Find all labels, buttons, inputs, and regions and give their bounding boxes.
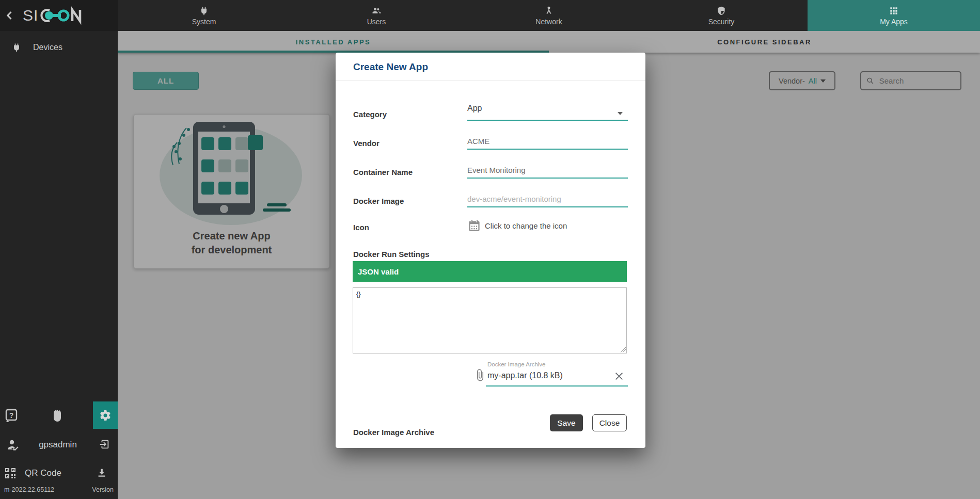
underline <box>467 206 628 207</box>
version-number: m-2022.22.65112 <box>4 486 54 493</box>
category-label: Category <box>353 110 387 119</box>
sidebar: SI Devices ? gpsadmin <box>0 0 118 499</box>
tab-system[interactable]: System <box>118 0 290 31</box>
save-button[interactable]: Save <box>550 414 583 431</box>
sidebar-header: SI <box>0 0 118 31</box>
underline <box>467 120 628 121</box>
divider <box>336 81 645 81</box>
network-icon <box>544 6 554 16</box>
underline <box>467 178 628 179</box>
shield-icon <box>716 6 726 16</box>
sidebar-item-devices[interactable]: Devices <box>0 37 118 58</box>
container-name-label: Container Name <box>353 168 413 176</box>
plug-icon <box>11 42 22 53</box>
sidebar-version-row: m-2022.22.65112 Version <box>0 485 118 495</box>
docker-run-settings-textarea[interactable]: {} <box>353 287 627 353</box>
collapse-sidebar-button[interactable] <box>0 6 20 25</box>
settings-button[interactable] <box>93 401 118 429</box>
app-root: SI Devices ? gpsadmin <box>0 0 980 499</box>
vendor-input[interactable] <box>467 134 628 148</box>
top-navigation: System Users Network Security My Apps <box>118 0 980 31</box>
user-check-icon <box>7 439 20 451</box>
logout-icon[interactable] <box>99 439 110 450</box>
svg-text:SI: SI <box>23 7 38 24</box>
calendar-icon <box>467 219 481 233</box>
sidebar-item-label: Devices <box>33 43 62 52</box>
docker-run-settings-label: Docker Run Settings <box>353 250 430 259</box>
change-icon-text: Click to change the icon <box>485 221 567 230</box>
dongle-icon[interactable] <box>53 409 62 422</box>
sidebar-user-row: gpsadmin <box>0 436 118 454</box>
sicon-logo: SI <box>23 5 86 26</box>
sidebar-qr-row: QR Code <box>0 463 118 482</box>
tab-security[interactable]: Security <box>635 0 808 31</box>
close-icon <box>613 371 625 382</box>
gear-icon <box>99 409 112 422</box>
archive-file-name: my-app.tar (10.8 kB) <box>487 371 563 380</box>
close-button[interactable]: Close <box>592 414 627 431</box>
download-icon[interactable] <box>96 467 107 478</box>
vendor-label: Vendor <box>353 139 380 148</box>
tab-my-apps[interactable]: My Apps <box>808 0 980 31</box>
container-name-input[interactable] <box>467 163 628 176</box>
icon-label: Icon <box>353 223 369 232</box>
qr-code-icon[interactable] <box>4 467 17 479</box>
select-caret-icon <box>618 112 623 115</box>
archive-field-label: Docker Image Archive <box>487 361 546 367</box>
grid-icon <box>889 6 899 16</box>
create-new-app-dialog: Create New App Category App Vendor Conta… <box>336 53 645 448</box>
dialog-title: Create New App <box>353 61 428 73</box>
paperclip-icon[interactable] <box>474 368 486 382</box>
qr-code-label[interactable]: QR Code <box>25 468 61 478</box>
textarea-resize-handle[interactable] <box>621 347 626 352</box>
status-badge: JSON valid <box>358 267 399 276</box>
category-select[interactable]: App <box>467 104 628 118</box>
tab-network[interactable]: Network <box>463 0 635 31</box>
plug-icon <box>199 6 209 16</box>
svg-text:?: ? <box>9 411 14 420</box>
docker-image-label: Docker Image <box>353 197 404 205</box>
clear-file-button[interactable] <box>613 371 625 382</box>
username-label: gpsadmin <box>27 440 89 450</box>
json-valid-status: JSON valid <box>353 261 627 282</box>
change-icon-button[interactable]: Click to change the icon <box>467 219 567 233</box>
tab-users[interactable]: Users <box>290 0 463 31</box>
help-icon[interactable]: ? <box>5 409 18 422</box>
docker-image-archive-label: Docker Image Archive <box>353 428 434 437</box>
users-icon <box>371 6 382 16</box>
underline <box>486 385 628 387</box>
version-label: Version <box>92 486 114 493</box>
chevron-left-icon <box>5 10 15 21</box>
sidebar-tools-row: ? <box>0 401 118 429</box>
underline <box>467 149 628 150</box>
docker-image-input[interactable] <box>467 192 628 205</box>
